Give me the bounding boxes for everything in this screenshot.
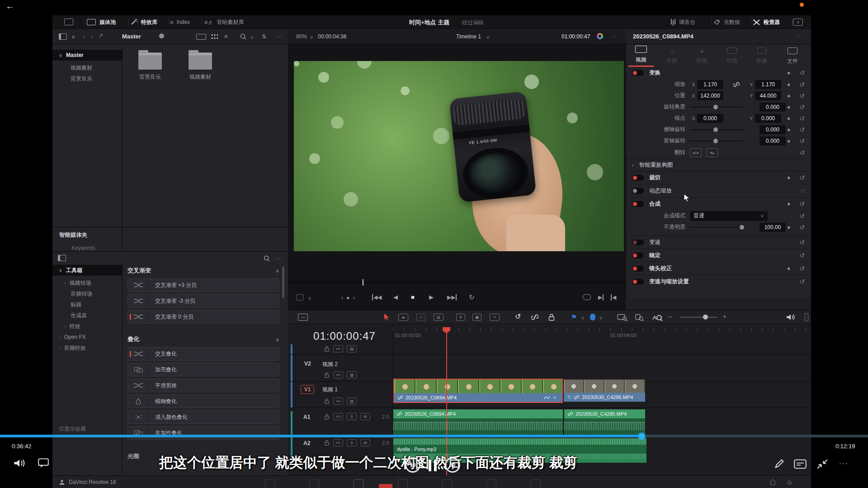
player-danmaku-edit-icon[interactable] xyxy=(774,458,785,469)
reset-icon[interactable]: ↺ xyxy=(799,212,805,220)
reset-icon[interactable]: ↺ xyxy=(799,278,805,285)
skip-back-10-button[interactable]: 10 xyxy=(405,457,420,473)
jog-control-icon[interactable]: ‹ ● › xyxy=(341,295,356,301)
link-icon[interactable] xyxy=(733,82,740,87)
tab-transition[interactable]: 转场 xyxy=(717,47,747,65)
page-deliver-icon[interactable] xyxy=(531,479,541,488)
mute-button[interactable]: M xyxy=(360,413,370,420)
viewer-menu-icon[interactable]: ··· xyxy=(612,33,618,40)
timeline-options-icon[interactable]: ≡≡ xyxy=(298,314,308,321)
tab-inspector[interactable]: 检查器 xyxy=(753,15,780,29)
opacity-value[interactable]: 100.00 xyxy=(760,223,786,232)
auto-select-icon[interactable]: <> xyxy=(333,345,343,352)
anchor-x-value[interactable]: 0.000 xyxy=(697,114,723,123)
lock-icon[interactable] xyxy=(324,346,330,352)
layout-preset-dropdown-icon[interactable]: ∨ xyxy=(793,19,803,26)
clip-v1-20230526[interactable]: 20230526_C0894.MP4 xyxy=(393,379,563,403)
keyframe-icon[interactable]: ◆ xyxy=(787,105,790,109)
selection-mode-icon[interactable] xyxy=(384,313,390,321)
bin-tree-item-master[interactable]: ∨ Master xyxy=(52,50,122,61)
fx-tree-audio-transitions[interactable]: 音频转场 xyxy=(52,288,122,299)
play-around-icon[interactable]: ▶ xyxy=(598,294,604,300)
workspace-icon[interactable] xyxy=(64,19,73,25)
fx-item[interactable]: 非加性叠化 xyxy=(127,426,279,440)
page-cut-icon[interactable] xyxy=(309,479,319,488)
viewer-zoom-level[interactable]: 80% xyxy=(296,33,307,40)
go-to-start-icon[interactable]: ◀◀ xyxy=(372,294,382,300)
bin-tree-item-music[interactable]: 背景音乐 xyxy=(52,73,122,84)
section-lens-correction[interactable]: 镜头校正 ◆ ↺ xyxy=(626,262,811,275)
zoom-in-icon[interactable]: + xyxy=(723,313,726,320)
position-x-value[interactable]: 142.000 xyxy=(697,91,723,100)
zoom-chevron-icon[interactable]: ∨ xyxy=(310,34,313,40)
reset-icon[interactable]: ↺ xyxy=(799,126,805,133)
track-a1-id[interactable]: A1 xyxy=(303,414,310,420)
player-seek-handle[interactable] xyxy=(638,433,645,440)
tab-image[interactable]: 图像 xyxy=(747,47,777,65)
track-v2-id[interactable]: V2 xyxy=(304,361,311,367)
section-composite[interactable]: 合成 ◆ ↺ xyxy=(626,197,811,210)
player-seek-bar[interactable] xyxy=(0,435,868,437)
filmstrip-toggle-icon[interactable]: ▤ xyxy=(347,371,357,379)
fx-tree-toolbox[interactable]: ∨ 工具箱 xyxy=(52,265,122,276)
tab-video[interactable]: 视频 xyxy=(626,46,656,67)
home-icon[interactable] xyxy=(769,479,776,485)
skip-forward-30-button[interactable]: 30 xyxy=(445,457,460,473)
keyframe-icon[interactable]: ◆ xyxy=(787,116,790,121)
auto-select-icon[interactable]: <> xyxy=(333,439,343,446)
trim-edit-mode-icon[interactable]: ◂▸ xyxy=(398,314,408,321)
zoom-out-icon[interactable]: – xyxy=(669,313,672,320)
fx-tree-titles[interactable]: 标题 xyxy=(52,299,122,310)
player-back-icon[interactable]: ← xyxy=(5,1,14,11)
lock-icon[interactable] xyxy=(324,413,330,420)
reset-icon[interactable]: ↺ xyxy=(799,149,805,156)
clip-a1-20230530[interactable]: 20230530_C4285.MP4 xyxy=(564,409,645,436)
flip-vertical-button[interactable]: ▾▴ xyxy=(706,148,718,157)
timeline-zoom-slider[interactable] xyxy=(679,317,717,318)
page-edit-icon[interactable] xyxy=(354,479,363,488)
section-crop[interactable]: 裁切 ◆ ↺ xyxy=(626,171,811,184)
section-transform[interactable]: 变换 ◆ ↺ xyxy=(626,67,811,79)
crop-tool-icon[interactable] xyxy=(296,294,303,300)
solo-button[interactable]: S xyxy=(347,413,357,420)
pitch-value[interactable]: 0.000 xyxy=(760,125,786,134)
position-lock-icon[interactable] xyxy=(548,313,555,321)
list-view-icon[interactable]: ≡ xyxy=(224,33,228,40)
custom-zoom-icon[interactable] xyxy=(652,314,662,321)
user-icon[interactable] xyxy=(59,479,65,485)
pause-button[interactable] xyxy=(429,460,437,471)
full-extent-zoom-icon[interactable] xyxy=(617,314,628,321)
folder-tile-video[interactable]: 视频素材 xyxy=(184,49,216,81)
timeline-ruler-ticks[interactable] xyxy=(393,328,811,331)
keyframe-icon[interactable]: ◆ xyxy=(787,94,790,98)
loop-icon[interactable]: ↻ xyxy=(469,293,475,301)
collapse-chevron-icon[interactable]: ∨ xyxy=(59,267,62,273)
yaw-value[interactable]: 0.000 xyxy=(760,136,786,145)
timeline-chevron-icon[interactable]: ∨ xyxy=(486,34,490,40)
snapping-icon[interactable]: ↻ xyxy=(515,312,521,321)
reset-icon[interactable]: ↺ xyxy=(799,200,805,207)
anchor-y-value[interactable]: 0.000 xyxy=(755,114,781,123)
bin-tree-item-video[interactable]: 视频素材 xyxy=(52,62,122,73)
section-retime-scaling[interactable]: 变速与缩放设置 ↺ xyxy=(626,275,811,288)
section-stabilization[interactable]: 稳定 ↺ xyxy=(626,249,811,262)
inspector-menu-icon[interactable]: ··· xyxy=(797,33,803,39)
tab-sound-library[interactable]: ≡♬ 音响素材库 xyxy=(204,15,244,29)
smart-bin-keywords[interactable]: Keywords xyxy=(71,245,95,251)
rotate-slider[interactable] xyxy=(690,107,743,108)
bin-list-toggle-icon[interactable] xyxy=(59,33,67,40)
viewer-scrub-marker[interactable] xyxy=(363,279,363,286)
tab-media-pool[interactable]: 媒体池 xyxy=(87,15,116,29)
lock-icon[interactable] xyxy=(324,440,330,446)
bell-icon[interactable] xyxy=(787,479,793,485)
keyframe-icon[interactable]: ◆ xyxy=(787,175,790,180)
insert-clip-icon[interactable]: ▾ xyxy=(456,314,465,321)
back-icon[interactable]: ‹ xyxy=(83,33,85,40)
tab-file[interactable]: 文件 xyxy=(777,47,808,65)
match-frame-icon[interactable]: ◀ xyxy=(611,294,616,300)
section-dynamic-zoom[interactable]: 动态缩放 ↺ xyxy=(626,184,811,197)
page-media-icon[interactable] xyxy=(265,479,275,488)
collapse-icon[interactable]: ∧ xyxy=(275,268,279,274)
reset-icon[interactable]: ↺ xyxy=(799,252,805,259)
auto-select-icon[interactable]: <> xyxy=(333,413,343,420)
